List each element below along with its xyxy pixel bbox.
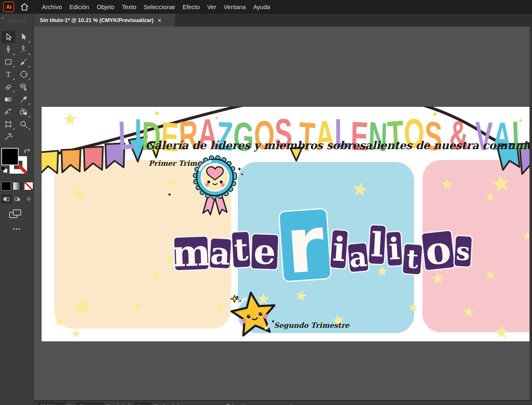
materialitos-logo[interactable]: materialitos <box>173 228 472 281</box>
subtitle[interactable]: Galería de líderes y miembros sobresalie… <box>145 139 530 152</box>
none-mode-button[interactable] <box>24 182 33 190</box>
panel-grip-handle[interactable] <box>9 20 25 23</box>
title-letter: T <box>387 111 405 160</box>
label-segundo-trimestre[interactable]: Segundo Trimestre <box>274 321 349 329</box>
shape-builder-tool[interactable] <box>17 106 31 118</box>
draw-normal-button[interactable] <box>1 194 12 204</box>
direct-selection-tool[interactable] <box>17 31 31 43</box>
pen-tool[interactable] <box>1 43 15 56</box>
title-letter: N <box>368 113 388 161</box>
right-scrollbar[interactable] <box>530 27 532 400</box>
canvas-area[interactable]: LIDERAZGOS TALENTOS & VALORES Galería de… <box>34 27 532 400</box>
rotate-tool[interactable] <box>17 68 31 81</box>
title-letter: T <box>298 113 316 161</box>
fill-color-black[interactable] <box>1 148 19 165</box>
artboard-tool[interactable] <box>1 118 15 130</box>
title-letter: & <box>448 111 469 160</box>
sparkle-icon: ✦ <box>518 118 523 124</box>
title-letter: O <box>253 111 276 160</box>
current-tool-status: Selección <box>226 403 248 405</box>
sparkle-icon: ✦ <box>239 299 242 303</box>
tools-panel: « T <box>0 14 34 405</box>
rectangle-tool[interactable] <box>1 56 15 68</box>
default-colors-icon[interactable] <box>1 166 7 173</box>
color-mode-button[interactable] <box>2 182 11 190</box>
status-angle-icon[interactable]: ‹ <box>300 403 302 405</box>
home-icon[interactable] <box>20 2 29 12</box>
menu-seleccionar[interactable]: Seleccionar <box>140 1 179 13</box>
draw-inside-button[interactable] <box>23 194 34 204</box>
main-title[interactable]: LIDERAZGOS TALENTOS & VALORES <box>118 112 530 159</box>
medal-badge[interactable] <box>189 152 243 222</box>
comment-tool[interactable] <box>17 81 31 93</box>
last-artboard-icon[interactable]: ▶❘ <box>173 403 180 405</box>
logo-tile-o: o <box>420 229 456 271</box>
artboard-dropdown-icon[interactable]: ▾▾ <box>154 403 158 405</box>
gradient-mode-button[interactable] <box>13 182 22 190</box>
eraser-tool[interactable] <box>1 81 15 93</box>
gradient-tool[interactable] <box>1 93 15 106</box>
draw-behind-button[interactable] <box>12 194 23 204</box>
tab-close-icon[interactable]: × <box>158 17 161 24</box>
curvature-tool[interactable] <box>17 43 31 56</box>
title-letter: A <box>315 111 335 160</box>
title-letter: A <box>492 113 512 161</box>
rotation-field[interactable]: 0° <box>76 402 104 405</box>
selection-tool[interactable] <box>1 31 15 43</box>
status-play-icon[interactable]: ▶ <box>290 403 294 405</box>
logo-tile-i: i <box>385 231 403 267</box>
menu-bar: Ai ArchivoEdiciónObjetoTextoSeleccionarE… <box>0 0 532 14</box>
logo-tile-r: r <box>278 208 332 282</box>
menu-ventana[interactable]: Ventana <box>220 1 249 13</box>
sparkle-icon: ✦ <box>240 172 244 177</box>
artboard[interactable]: LIDERAZGOS TALENTOS & VALORES Galería de… <box>41 107 530 341</box>
menu-ver[interactable]: Ver <box>203 1 220 13</box>
logo-tile-l: l <box>367 224 387 265</box>
svg-text:T: T <box>6 70 11 79</box>
menu-archivo[interactable]: Archivo <box>38 1 66 13</box>
logo-tile-a: a <box>347 242 370 273</box>
sparkle-icon: ✦ <box>271 319 275 324</box>
logo-tile-s: s <box>453 235 473 268</box>
menu-ayuda[interactable]: Ayuda <box>249 1 274 13</box>
next-artboard-icon[interactable]: ▶ <box>164 403 167 405</box>
menu-efecto[interactable]: Efecto <box>179 1 203 13</box>
swap-fill-stroke-icon[interactable] <box>23 147 31 154</box>
title-letter: V <box>474 112 493 160</box>
decor-star <box>63 112 77 126</box>
decor-star <box>71 329 81 338</box>
menu-texto[interactable]: Texto <box>118 1 140 13</box>
zoom-dropdown-icon[interactable]: ▾▾ <box>67 403 71 405</box>
menu-edición[interactable]: Edición <box>66 1 93 13</box>
menu-objeto[interactable]: Objeto <box>93 1 118 13</box>
artboard-number-field[interactable]: 1 <box>134 402 151 405</box>
title-letter: E <box>160 113 180 161</box>
sparkle-icon: ✦ <box>154 109 161 118</box>
logo-tile-a: a <box>208 237 232 270</box>
document-tab[interactable]: Sin título-1* @ 10.21 % (CMYK/Previsuali… <box>34 14 175 27</box>
toolbar-tools: T <box>0 31 34 143</box>
tab-row: Sin título-1* @ 10.21 % (CMYK/Previsuali… <box>34 14 532 27</box>
zoom-level-field[interactable]: 10.21% <box>37 402 65 405</box>
screen-mode-button[interactable] <box>9 209 22 219</box>
title-letter: E <box>350 112 369 160</box>
tools-panel-header: « <box>0 14 34 27</box>
zoom-tool[interactable] <box>17 118 31 130</box>
edit-toolbar-ellipsis[interactable]: ••• <box>0 226 34 232</box>
document-tab-title: Sin título-1* @ 10.21 % (CMYK/Previsuali… <box>40 17 154 23</box>
paintbrush-tool[interactable] <box>17 56 31 68</box>
logo-tile-i: i <box>329 229 349 270</box>
sparkle-icon: ✦ <box>214 115 219 122</box>
type-tool[interactable]: T <box>1 68 15 81</box>
title-letter: S <box>424 112 442 160</box>
logo-tile-e: e <box>250 233 279 270</box>
first-artboard-icon[interactable]: ❘◀ <box>116 403 124 405</box>
collapse-panel-icon[interactable]: « <box>1 15 4 20</box>
illustrator-app-icon[interactable]: Ai <box>3 2 14 12</box>
magic-wand-tool[interactable] <box>1 130 15 143</box>
flourish-tool[interactable] <box>1 106 15 118</box>
eyedropper-tool[interactable] <box>17 93 31 106</box>
previous-artboard-icon[interactable]: ◀ <box>126 403 129 405</box>
title-letter: I <box>134 110 142 157</box>
rotation-dropdown-icon[interactable]: ▾▾ <box>106 403 110 405</box>
